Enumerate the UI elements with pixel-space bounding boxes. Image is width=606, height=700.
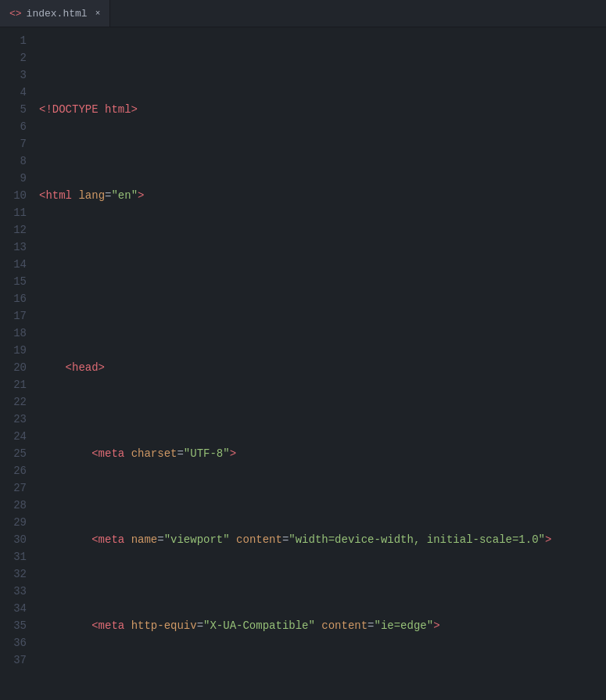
editor-tab[interactable]: <> index.html ×	[0, 0, 110, 27]
line-number: 12	[0, 221, 27, 239]
line-number: 27	[0, 479, 27, 497]
line-number: 15	[0, 273, 27, 290]
tag-html-open: <html	[39, 187, 78, 204]
line-number: 9	[0, 170, 27, 187]
line-number: 30	[0, 531, 27, 548]
line-number: 13	[0, 239, 27, 256]
tab-filename: index.html	[27, 8, 88, 20]
line-number: 18	[0, 325, 27, 342]
line-number: 8	[0, 153, 27, 170]
line-number: 22	[0, 393, 27, 411]
line-number: 3	[0, 66, 27, 84]
line-number: 2	[0, 49, 27, 66]
line-number: 7	[0, 135, 27, 153]
code-line-1: <!DOCTYPE html>	[39, 101, 606, 118]
line-number: 37	[0, 652, 27, 669]
file-icon: <>	[9, 8, 22, 20]
line-numbers: 1 2 3 4 5 6 7 8 9 10 11 12 13 14 15 16 1…	[0, 32, 36, 700]
line-number: 19	[0, 342, 27, 359]
line-number: 14	[0, 256, 27, 273]
line-number: 36	[0, 634, 27, 652]
tab-close-button[interactable]: ×	[95, 9, 101, 18]
tab-bar: <> index.html ×	[0, 0, 606, 27]
line-number: 1	[0, 32, 27, 49]
line-number: 10	[0, 187, 27, 204]
line-number: 20	[0, 359, 27, 376]
line-number: 26	[0, 462, 27, 479]
line-number: 29	[0, 514, 27, 531]
attr-lang: lang	[78, 187, 105, 204]
line-number: 34	[0, 600, 27, 617]
line-number: 31	[0, 548, 27, 565]
line-number: 5	[0, 101, 27, 118]
attr-lang-value: "en"	[111, 187, 138, 204]
code-content: <!DOCTYPE html> <html lang="en"> <head> …	[36, 32, 606, 700]
line-number: 21	[0, 376, 27, 393]
line-number: 25	[0, 445, 27, 462]
line-number: 33	[0, 583, 27, 600]
line-number: 35	[0, 617, 27, 634]
code-line-3	[39, 273, 606, 290]
line-number: 24	[0, 428, 27, 445]
code-line-7: <meta http-equiv="X-UA-Compatible" conte…	[39, 617, 606, 634]
code-editor: 1 2 3 4 5 6 7 8 9 10 11 12 13 14 15 16 1…	[0, 27, 606, 700]
line-number: 32	[0, 565, 27, 583]
code-line-2: <html lang="en">	[39, 187, 606, 204]
line-number: 6	[0, 118, 27, 135]
line-number: 23	[0, 411, 27, 428]
line-number: 16	[0, 290, 27, 307]
code-line-4: <head>	[39, 359, 606, 376]
line-number: 28	[0, 497, 27, 514]
line-number: 11	[0, 204, 27, 221]
line-number: 17	[0, 307, 27, 325]
code-line-5: <meta charset="UTF-8">	[39, 445, 606, 462]
tag-doctype: <!DOCTYPE html>	[39, 101, 138, 118]
line-number: 4	[0, 84, 27, 101]
code-line-6: <meta name="viewport" content="width=dev…	[39, 531, 606, 548]
